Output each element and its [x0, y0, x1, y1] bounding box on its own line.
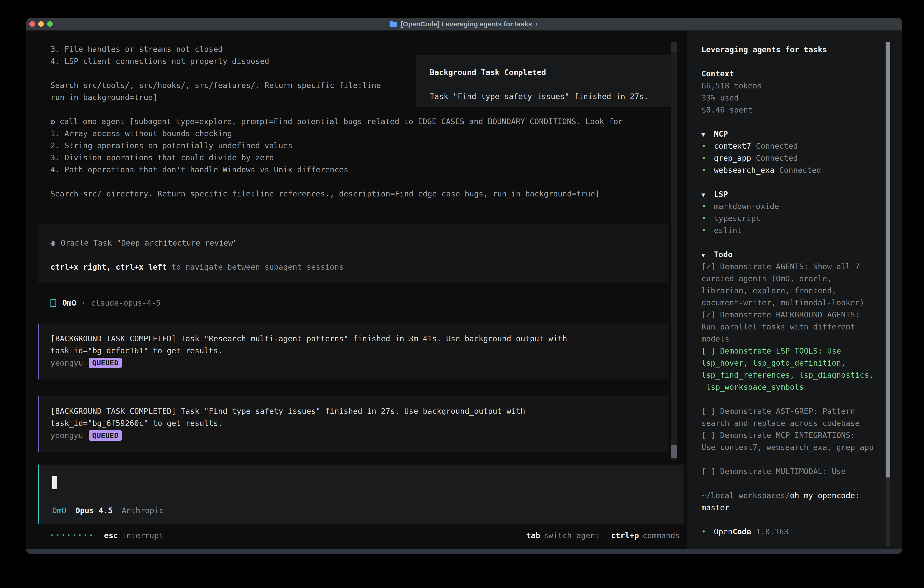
context-tokens: 66,518 tokens — [701, 80, 883, 92]
bullet-icon: • — [701, 200, 714, 212]
context-used: 33% used — [701, 92, 883, 104]
todo-line — [701, 453, 883, 466]
lsp-item: •typescript — [701, 212, 883, 225]
todo-line: search and replace across codebase — [701, 417, 883, 429]
task-message-line: [BACKGROUND TASK COMPLETED] Task "Find t… — [51, 405, 668, 417]
mcp-item: •websearch_exaConnected — [701, 164, 883, 176]
terminal-line: 4. Path operations that don't handle Win… — [51, 164, 623, 176]
main-scrollbar-track[interactable] — [672, 42, 677, 461]
bullet-icon: • — [701, 140, 714, 152]
main-scrollbar-thumb[interactable] — [672, 445, 677, 458]
task-message-line: [BACKGROUND TASK COMPLETED] Task "Resear… — [51, 333, 668, 345]
bullet-icon: • — [701, 212, 714, 225]
todo-line: lsp_workspace_symbols — [701, 381, 883, 393]
window-title: [OpenCode] Leveraging agents for tasks ◐ — [389, 20, 539, 28]
bullet-icon: • — [701, 152, 714, 164]
tool-call-text: call_omo_agent [subagent_type=explore, p… — [59, 117, 623, 126]
task-message-line: task_id="bg_dcfac161" to get results. — [51, 345, 668, 357]
oracle-task-card: ◉Oracle Task "Deep architecture review" … — [38, 224, 668, 283]
input-footer: OmO Opus 4.5 Anthropic — [52, 505, 163, 517]
task-user: yeongyu — [51, 431, 83, 440]
background-task-toast: Background Task Completed Task "Find typ… — [416, 55, 674, 107]
chevron-down-icon: ▼ — [701, 249, 714, 261]
window-controls — [29, 21, 53, 27]
esc-key-hint: esc — [104, 531, 118, 540]
task-message-line: task_id="bg_6f59260c" to get results. — [51, 417, 668, 429]
todo-line: document-writer, multimodal-looker) — [701, 297, 883, 309]
terminal-line: Search src/ directory. Return specific f… — [51, 188, 623, 200]
workspace-branch: master — [701, 502, 883, 514]
bullet-icon: • — [701, 164, 714, 176]
separator-dot: · — [81, 298, 86, 307]
gear-icon: ⚙ — [51, 116, 59, 127]
todo-line: curated agents (OmO, oracle, — [701, 273, 883, 285]
zoom-button[interactable] — [47, 21, 53, 27]
oracle-task-line: ◉Oracle Task "Deep architecture review" — [51, 237, 668, 249]
toast-title: Background Task Completed — [430, 66, 673, 78]
lsp-item: •markdown-oxide — [701, 200, 883, 212]
oracle-task-text: Oracle Task "Deep architecture review" — [61, 238, 238, 248]
tab-key-hint: tab — [526, 531, 540, 540]
input-agent-name: OmO — [52, 505, 66, 517]
session-loading-icon: ◐ — [535, 20, 539, 28]
todo-section-header[interactable]: ▼Todo — [701, 249, 883, 261]
spinner-dots-icon: •••••••• — [51, 532, 95, 538]
bullet-icon: • — [701, 526, 714, 538]
toast-body: Task "Find type safety issues" finished … — [430, 91, 673, 102]
text-cursor — [52, 476, 57, 489]
todo-line: librarian, explore, frontend, — [701, 285, 883, 297]
input-model-name: Opus 4.5 — [75, 505, 112, 517]
background-task-message: [BACKGROUND TASK COMPLETED] Task "Resear… — [38, 324, 668, 380]
chevron-down-icon: ▼ — [701, 129, 714, 140]
lsp-item: •eslint — [701, 225, 883, 236]
sidebar-scrollbar-thumb[interactable] — [886, 42, 890, 477]
todo-line: [ ] Demonstrate MULTIMODAL: Use — [701, 466, 883, 477]
close-button[interactable] — [29, 21, 35, 27]
agent-name: OmO — [62, 298, 76, 307]
bullet-icon: • — [701, 225, 714, 236]
todo-line: models — [701, 333, 883, 345]
lsp-section-header[interactable]: ▼LSP — [701, 188, 883, 200]
agent-header: OmO · claude-opus-4-5 — [51, 297, 161, 309]
mcp-item: •context7Connected — [701, 140, 883, 152]
terminal-line: 2. String operations on potentially unde… — [51, 140, 623, 152]
agent-model: claude-opus-4-5 — [91, 298, 161, 307]
main-scrollbar-segment[interactable] — [672, 42, 677, 52]
hint-keys: ctrl+x right, ctrl+x left — [51, 263, 167, 271]
window-bottom-edge — [26, 549, 902, 554]
agent-checkbox-icon — [51, 299, 56, 307]
terminal-line: 3. Division operations that could divide… — [51, 152, 623, 164]
todo-line: lsp_hover, lsp_goto_definition, — [701, 357, 883, 369]
todo-line: [✓] Demonstrate AGENTS: Show all 7 — [701, 261, 883, 273]
mcp-section-header[interactable]: ▼MCP — [701, 128, 883, 140]
status-bar: •••••••• esc interrupt tab switch agent … — [51, 529, 680, 542]
todo-line: Run parallel tasks with different — [701, 321, 883, 333]
chevron-down-icon: ▼ — [701, 189, 714, 201]
ctrlp-key-label: commands — [642, 531, 680, 540]
session-sidebar: Leveraging agents for tasks Context 66,5… — [686, 30, 902, 549]
navigation-hint-line: ctrl+x right, ctrl+x left to navigate be… — [51, 261, 668, 273]
mcp-item: •grep_appConnected — [701, 152, 883, 164]
prompt-input[interactable]: OmO Opus 4.5 Anthropic — [38, 464, 684, 524]
todo-line: [ ] Demonstrate AST-GREP: Pattern — [701, 405, 883, 417]
session-title: Leveraging agents for tasks — [701, 44, 883, 56]
tab-key-label: switch agent — [544, 531, 600, 540]
version-line: •OpenCode1.0.163 — [701, 526, 883, 538]
minimize-button[interactable] — [38, 21, 44, 27]
terminal-line: 3. File handles or streams not closed — [51, 43, 623, 55]
todo-line: Use context7, websearch_exa, grep_app — [701, 441, 883, 453]
hint-text: to navigate between subagent sessions — [167, 263, 344, 271]
record-icon: ◉ — [51, 237, 61, 249]
background-task-message: [BACKGROUND TASK COMPLETED] Task "Find t… — [38, 396, 668, 452]
folder-icon — [389, 21, 398, 28]
title-bar: [OpenCode] Leveraging agents for tasks ◐ — [26, 18, 902, 30]
todo-line: lsp_find_references, lsp_diagnostics, — [701, 369, 883, 381]
todo-line: [✓] Demonstrate BACKGROUND AGENTS: — [701, 309, 883, 321]
status-badge: QUEUED — [89, 358, 122, 368]
tool-call-line: ⚙call_omo_agent [subagent_type=explore, … — [51, 116, 623, 127]
todo-line: [ ] Demonstrate MCP INTEGRATIONS: — [701, 429, 883, 441]
todo-line: [ ] Demonstrate LSP TOOLS: Use — [701, 345, 883, 357]
window-title-text: [OpenCode] Leveraging agents for tasks — [401, 20, 532, 28]
context-header: Context — [701, 68, 883, 80]
input-provider-name: Anthropic — [122, 505, 163, 517]
